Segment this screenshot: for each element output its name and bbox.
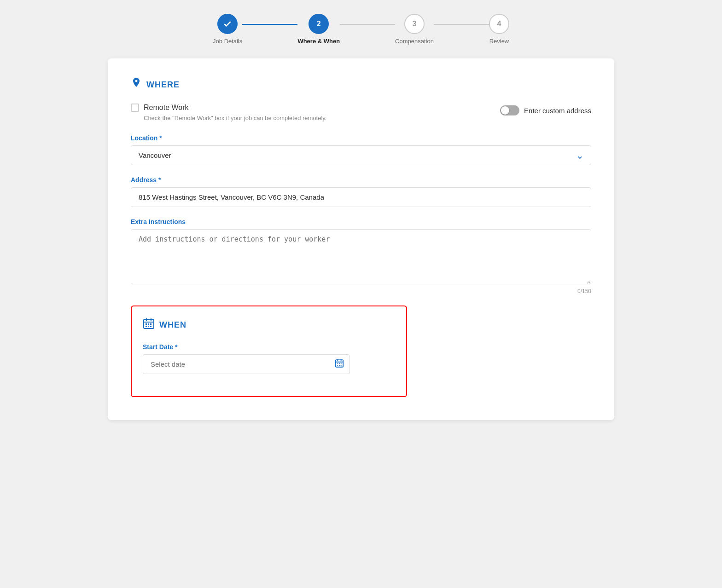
address-input[interactable] bbox=[131, 187, 591, 207]
custom-address-toggle[interactable] bbox=[500, 105, 519, 115]
calendar-picker-icon[interactable] bbox=[334, 358, 344, 370]
when-title: WHEN bbox=[159, 320, 186, 330]
address-field-group: Address * bbox=[131, 176, 591, 207]
step-where-when: 2 Where & When bbox=[297, 14, 340, 45]
svg-rect-7 bbox=[146, 326, 147, 327]
location-select[interactable]: Vancouver bbox=[131, 145, 591, 165]
svg-rect-17 bbox=[337, 365, 338, 366]
when-section-header: WHEN bbox=[143, 317, 395, 332]
step-circle-2: 2 bbox=[309, 14, 329, 34]
svg-rect-16 bbox=[341, 363, 342, 364]
where-title: WHERE bbox=[146, 80, 180, 90]
custom-address-label: Enter custom address bbox=[524, 107, 591, 115]
step-label-3: Compensation bbox=[395, 38, 434, 45]
location-pin-icon bbox=[131, 77, 142, 92]
location-select-wrapper: Vancouver ⌄ bbox=[131, 145, 591, 165]
svg-rect-5 bbox=[148, 323, 149, 325]
remote-work-row: Remote Work Check the "Remote Work" box … bbox=[131, 104, 591, 121]
connector-2-3 bbox=[340, 24, 395, 25]
remote-work-hint: Check the "Remote Work" box if your job … bbox=[144, 115, 326, 121]
remote-work-checkbox[interactable] bbox=[131, 104, 139, 112]
custom-address-toggle-row: Enter custom address bbox=[500, 105, 591, 115]
step-label-2: Where & When bbox=[297, 38, 340, 45]
extra-instructions-label: Extra Instructions bbox=[131, 218, 591, 225]
extra-instructions-textarea[interactable] bbox=[131, 229, 591, 284]
svg-rect-6 bbox=[150, 323, 151, 325]
svg-rect-9 bbox=[150, 326, 151, 327]
step-circle-3: 3 bbox=[404, 14, 425, 34]
main-card: WHERE Remote Work Check the "Remote Work… bbox=[108, 58, 614, 420]
svg-rect-19 bbox=[341, 365, 342, 366]
remote-work-left: Remote Work Check the "Remote Work" box … bbox=[131, 104, 326, 121]
step-circle-4: 4 bbox=[489, 14, 509, 34]
svg-rect-18 bbox=[339, 365, 340, 366]
address-label: Address * bbox=[131, 176, 591, 184]
extra-instructions-field-group: Extra Instructions 0/150 bbox=[131, 218, 591, 294]
start-date-field-group: Start Date * bbox=[143, 343, 395, 374]
toggle-knob bbox=[501, 106, 509, 115]
char-count: 0/150 bbox=[131, 288, 591, 294]
connector-1-2 bbox=[242, 24, 297, 25]
where-section-header: WHERE bbox=[131, 77, 591, 92]
svg-rect-4 bbox=[146, 323, 147, 325]
location-field-group: Location * Vancouver ⌄ bbox=[131, 134, 591, 165]
step-job-details: Job Details bbox=[213, 14, 242, 45]
svg-rect-14 bbox=[337, 363, 338, 364]
step-label-4: Review bbox=[489, 38, 509, 45]
start-date-label: Start Date * bbox=[143, 343, 395, 351]
date-input-wrapper bbox=[143, 354, 350, 374]
svg-rect-15 bbox=[339, 363, 340, 364]
when-section: WHEN Start Date * bbox=[131, 306, 407, 397]
connector-3-4 bbox=[434, 24, 489, 25]
step-compensation: 3 Compensation bbox=[395, 14, 434, 45]
step-review: 4 Review bbox=[489, 14, 509, 45]
svg-rect-8 bbox=[148, 326, 149, 327]
step-label-1: Job Details bbox=[213, 38, 242, 45]
stepper: Job Details 2 Where & When 3 Compensatio… bbox=[18, 14, 704, 45]
start-date-input[interactable] bbox=[143, 354, 350, 374]
remote-checkbox-container[interactable]: Remote Work bbox=[131, 104, 326, 112]
location-label: Location * bbox=[131, 134, 591, 142]
calendar-section-icon bbox=[143, 317, 155, 332]
remote-work-label: Remote Work bbox=[144, 104, 189, 112]
step-circle-1 bbox=[217, 14, 238, 34]
